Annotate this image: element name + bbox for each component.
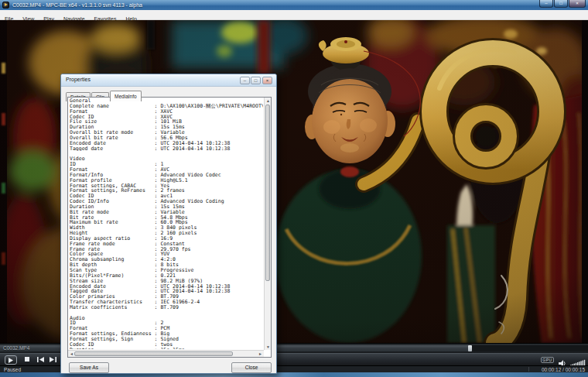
mediainfo-line: Bit rate mode : Variable	[70, 210, 263, 215]
statusbar-divider	[528, 367, 529, 372]
skip-forward-icon	[50, 357, 56, 362]
maximize-button[interactable]: □	[554, 0, 568, 8]
mediainfo-line: Codec ID/Info : Advanced Video Coding	[70, 199, 263, 204]
horizontal-scroll-thumb[interactable]	[74, 351, 233, 356]
mediainfo-line	[70, 310, 263, 316]
seek-thumb[interactable]	[468, 345, 472, 351]
mediainfo-line: Format : XAVC	[70, 109, 263, 115]
dialog-titlebar[interactable]: Properties – □ ×	[61, 74, 276, 87]
minimize-button[interactable]: –	[539, 0, 553, 8]
mediainfo-line: Frame rate mode : Constant	[70, 242, 263, 247]
scroll-up-icon[interactable]: ▲	[265, 98, 272, 104]
mediainfo-line: Overall bit rate : 56.6 Mbps	[70, 135, 263, 141]
play-button[interactable]	[5, 355, 17, 365]
mediainfo-line: Bit rate : 54.8 Mbps	[70, 215, 263, 221]
tab-mediainfo[interactable]: MediaInfo	[110, 91, 142, 101]
stop-button[interactable]	[21, 355, 33, 365]
seekbar-filename-label: C0032.MP4	[3, 345, 29, 351]
dialog-close-action-button[interactable]: Close	[231, 362, 272, 373]
mediainfo-line: Format settings, Sign : Signed	[70, 337, 263, 342]
app-icon	[2, 2, 9, 9]
mediainfo-line: ID : 1	[70, 162, 263, 167]
mediainfo-line: Codec ID : avc1	[70, 194, 263, 199]
mediainfo-line: Color primaries : BT.709	[70, 294, 263, 300]
playback-status: Paused	[4, 367, 21, 372]
mediainfo-text: GeneralComplete name : D:\AX100\AX100-關公…	[70, 98, 263, 349]
mediainfo-line: Frame rate : 29.970 fps	[70, 247, 263, 252]
skip-backward-icon	[37, 357, 44, 362]
scroll-down-icon[interactable]: ▼	[265, 344, 272, 350]
dialog-title: Properties	[66, 77, 91, 82]
horizontal-scrollbar[interactable]: ◄ ►	[68, 350, 264, 357]
mediainfo-line: Overall bit rate mode : Variable	[70, 130, 263, 135]
mediainfo-line: Duration : 15s 15ms	[70, 204, 263, 210]
mediainfo-panel[interactable]: GeneralComplete name : D:\AX100\AX100-關公…	[67, 97, 272, 358]
vertical-scrollbar[interactable]: ▲ ▼	[264, 98, 271, 350]
mediainfo-line: Format settings, ReFrames : 2 frames	[70, 188, 263, 194]
mediainfo-line: Format/Info : Advanced Video Codec	[70, 173, 263, 178]
dialog-maximize-button[interactable]: □	[251, 77, 261, 84]
mediainfo-line: Chroma subsampling : 4:2:0	[70, 257, 263, 262]
mediainfo-line	[70, 151, 263, 156]
mediainfo-line: Codec ID : XAVC	[70, 115, 263, 120]
dialog-minimize-button[interactable]: –	[240, 77, 250, 84]
mediainfo-line: Format : AVC	[70, 167, 263, 173]
app-window: C0032.MP4 - MPC-BE x64 - v1.3.1.0 svn 41…	[0, 0, 588, 377]
mediainfo-line: Stream size : 98.2 MiB (97%)	[70, 279, 263, 284]
mediainfo-line: ID : 2	[70, 320, 263, 326]
stop-icon	[25, 357, 29, 362]
mediainfo-line: Format settings, Endianness : Big	[70, 331, 263, 337]
mediainfo-line: File size : 101 MiB	[70, 119, 263, 125]
mediainfo-line: Duration : 15s 15ms	[70, 125, 263, 130]
menu-bar: FileViewPlayNavigateFavoritesHelp	[0, 10, 588, 20]
mediainfo-line: Color space : YUV	[70, 252, 263, 257]
mediainfo-line: Codec ID : twos	[70, 342, 263, 348]
mediainfo-line: Width : 3 840 pixels	[70, 225, 263, 231]
mediainfo-line: Video	[70, 156, 263, 162]
properties-dialog: Properties – □ × DetailsClipMediaInfo Ge…	[60, 74, 277, 374]
mediainfo-line: Height : 2 160 pixels	[70, 231, 263, 236]
mediainfo-line: Format : PCM	[70, 326, 263, 331]
mediainfo-line: Bits/(Pixel*Frame) : 0.221	[70, 273, 263, 279]
mediainfo-line: Format profile : High@L5.1	[70, 178, 263, 183]
mediainfo-line: Audio	[70, 316, 263, 321]
time-display: 00:00:12 / 00:00:15	[542, 367, 585, 372]
vertical-scroll-thumb[interactable]	[265, 105, 270, 281]
mediainfo-line: Tagged date : UTC 2014-04-14 10:12:38	[70, 146, 263, 152]
mediainfo-line: Bit depth : 8 bits	[70, 262, 263, 268]
close-button[interactable]: ×	[569, 0, 586, 8]
skip-forward-button[interactable]	[46, 355, 59, 365]
mediainfo-line: Duration : 15s 15ms	[70, 348, 263, 349]
mediainfo-line: Encoded date : UTC 2014-04-14 10:12:38	[70, 141, 263, 146]
mediainfo-line: Complete name : D:\AX100\AX100-關公\PRIVAT…	[70, 104, 263, 109]
window-title: C0032.MP4 - MPC-BE x64 - v1.3.1.0 svn 41…	[12, 1, 142, 9]
mediainfo-line: Tagged date : UTC 2014-04-14 10:12:38	[70, 289, 263, 294]
mediainfo-line: Format settings, CABAC : Yes	[70, 183, 263, 189]
play-icon	[9, 358, 13, 363]
mediainfo-line: Transfer characteristics : IEC 61966-2-4	[70, 300, 263, 305]
window-titlebar[interactable]: C0032.MP4 - MPC-BE x64 - v1.3.1.0 svn 41…	[0, 0, 588, 10]
mediainfo-line: Display aspect ratio : 16:9	[70, 236, 263, 242]
save-as-button[interactable]: Save As	[69, 362, 109, 373]
mediainfo-line: Matrix coefficients : BT.709	[70, 305, 263, 310]
mediainfo-line: Scan type : Progressive	[70, 268, 263, 273]
mediainfo-line: Encoded date : UTC 2014-04-14 10:12:38	[70, 284, 263, 290]
dialog-close-button[interactable]: ×	[262, 77, 272, 84]
gpu-status-badge: GPU	[541, 357, 554, 363]
mediainfo-line: Maximum bit rate : 60.0 Mbps	[70, 220, 263, 225]
mediainfo-line: General	[70, 98, 263, 104]
scroll-right-icon[interactable]: ►	[257, 351, 264, 357]
skip-backward-button[interactable]	[34, 355, 46, 365]
